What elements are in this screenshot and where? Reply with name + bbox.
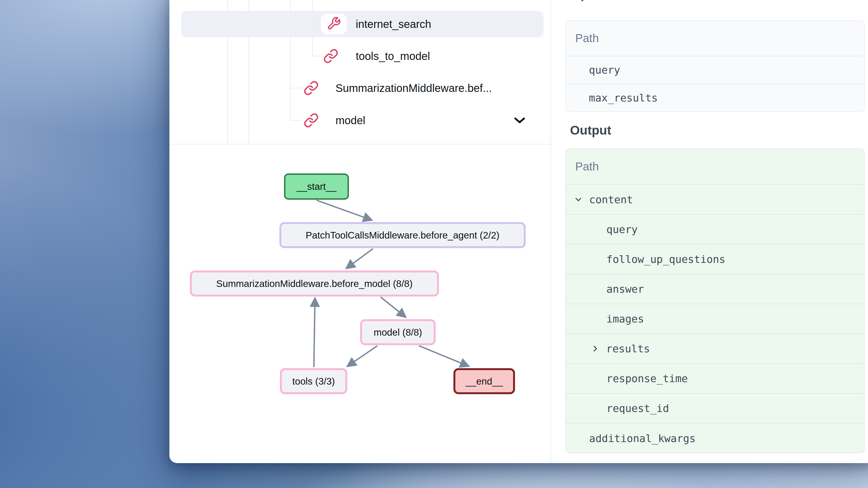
output-path-row[interactable]: query — [566, 215, 864, 245]
output-path-label: query — [607, 224, 638, 235]
output-path-row[interactable]: additional_kwargs — [566, 423, 864, 453]
trace-panel: internet_search tools_to_model Summariza… — [169, 0, 551, 463]
output-path-row-content[interactable]: content — [566, 185, 864, 215]
app-window: internet_search tools_to_model Summariza… — [169, 0, 868, 463]
tree-connector — [290, 120, 302, 121]
output-path-label: answer — [607, 283, 644, 295]
tree-connector — [290, 88, 302, 88]
output-path-row[interactable]: answer — [566, 274, 864, 304]
tree-item-label[interactable]: model — [336, 114, 365, 127]
graph-node-tools[interactable]: tools (3/3) — [280, 368, 347, 394]
inspector-panel: Input Path query max_results Output Path… — [551, 0, 868, 463]
chevron-right-icon[interactable] — [591, 344, 600, 353]
input-path-table: Path query max_results — [565, 20, 865, 112]
output-path-column-header: Path — [566, 149, 864, 185]
graph-canvas: __start__ PatchToolCallsMiddleware.befor… — [169, 144, 551, 463]
tree-connector — [312, 56, 324, 56]
tree-item-label[interactable]: SummarizationMiddleware.bef... — [336, 82, 492, 95]
chevron-down-icon[interactable] — [574, 195, 583, 204]
output-path-row[interactable]: follow_up_questions — [566, 245, 864, 274]
wrench-icon — [327, 17, 341, 32]
input-path-row[interactable]: query — [566, 56, 864, 84]
output-path-label: response_time — [607, 372, 688, 385]
run-tree: internet_search tools_to_model Summariza… — [169, 0, 551, 144]
graph-node-start[interactable]: __start__ — [284, 173, 349, 200]
tree-item-label[interactable]: internet_search — [356, 18, 431, 31]
output-section-heading: Output — [570, 123, 611, 138]
output-path-label: images — [607, 313, 644, 325]
graph-node-patch-tool-calls-middleware[interactable]: PatchToolCallsMiddleware.before_agent (2… — [279, 222, 526, 248]
chevron-down-icon[interactable] — [514, 116, 525, 126]
output-path-row[interactable]: images — [566, 304, 864, 334]
input-section-heading: Input — [570, 0, 599, 2]
output-path-table: Path content query follow_up_questions a… — [565, 148, 865, 453]
link-icon — [304, 80, 319, 96]
input-path-column-header: Path — [566, 21, 864, 56]
tree-connector — [312, 24, 321, 24]
input-path-row[interactable]: max_results — [566, 84, 864, 111]
link-icon — [323, 48, 339, 64]
graph-node-end[interactable]: __end__ — [454, 368, 515, 394]
output-path-row-results[interactable]: results — [566, 334, 864, 364]
graph-edges — [169, 144, 551, 463]
output-path-label: additional_kwargs — [589, 432, 695, 445]
tool-icon-chip — [321, 14, 347, 34]
tree-item-label[interactable]: tools_to_model — [356, 50, 430, 63]
graph-node-summarization-middleware[interactable]: SummarizationMiddleware.before_model (8/… — [190, 270, 439, 296]
output-path-label: follow_up_questions — [607, 253, 725, 265]
output-path-row[interactable]: response_time — [566, 364, 864, 394]
link-icon — [304, 113, 319, 128]
output-path-label: results — [606, 343, 650, 355]
output-path-label: content — [589, 194, 633, 206]
graph-node-model[interactable]: model (8/8) — [360, 319, 436, 345]
output-path-label: request_id — [607, 402, 669, 415]
output-path-row[interactable]: request_id — [566, 394, 864, 423]
